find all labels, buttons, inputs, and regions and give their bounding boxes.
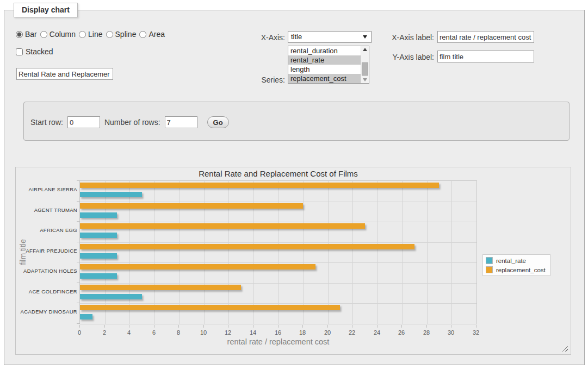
h-gridline	[80, 303, 476, 304]
start-row-input[interactable]	[67, 116, 100, 128]
x-tick	[302, 325, 303, 328]
bar-replacement_cost	[80, 264, 315, 269]
series-option-rental_rate[interactable]: rental_rate	[288, 55, 361, 65]
bar-replacement_cost	[80, 203, 303, 209]
x-tick-label: 22	[345, 329, 359, 336]
v-gridline	[402, 181, 403, 324]
x-tick	[476, 325, 476, 328]
go-button[interactable]: Go	[207, 116, 229, 128]
legend-swatch-rental_rate	[486, 257, 493, 264]
resize-handle-icon[interactable]	[562, 346, 568, 352]
h-gridline	[80, 283, 476, 284]
chart-type-option-area: Area	[139, 30, 165, 39]
x-tick-label: 32	[469, 329, 483, 336]
x-tick-label: 16	[271, 329, 285, 336]
chart-type-radio-spline[interactable]	[106, 31, 113, 38]
v-gridline	[451, 181, 452, 324]
x-tick-label: 18	[295, 329, 310, 336]
stacked-label: Stacked	[26, 47, 53, 56]
num-rows-input[interactable]	[165, 116, 197, 128]
chart-type-radios: BarColumnLineSplineArea	[16, 30, 165, 39]
v-gridline	[427, 181, 428, 324]
v-gridline	[352, 181, 353, 324]
series-listbox[interactable]: rental_durationrental_ratelengthreplacem…	[288, 46, 369, 84]
legend-row: rental_rate	[486, 257, 546, 264]
bar-replacement_cost	[80, 183, 439, 188]
v-gridline	[129, 181, 130, 324]
chart-title-input[interactable]	[16, 68, 113, 80]
chart-type-radio-label: Line	[88, 30, 102, 39]
scroll-down-icon[interactable]	[363, 78, 367, 81]
x-tick-label: 14	[246, 329, 260, 336]
series-option-length[interactable]: length	[288, 65, 361, 74]
y-tick	[77, 201, 80, 202]
category-label: AFFAIR PREJUDICE	[16, 248, 77, 254]
x-tick-label: 6	[147, 329, 161, 336]
x-tick-label: 2	[97, 329, 112, 336]
legend-label: replacement_cost	[496, 267, 546, 273]
h-gridline	[80, 262, 476, 263]
x-axis-select[interactable]: title	[288, 31, 372, 43]
category-label: AIRPLANE SIERRA	[16, 186, 77, 193]
bar-rental_rate	[80, 273, 117, 279]
bar-rental_rate	[80, 212, 117, 218]
v-gridline	[228, 181, 229, 324]
series-options: rental_durationrental_ratelengthreplacem…	[288, 46, 369, 83]
x-tick-label: 10	[196, 329, 211, 336]
bar-replacement_cost	[80, 244, 414, 249]
v-gridline	[278, 181, 279, 324]
y-tick	[77, 262, 80, 262]
y-axis-label-input[interactable]	[437, 51, 534, 62]
y-axis-label-label: Y-Axis label:	[380, 53, 434, 61]
x-tick	[253, 325, 253, 328]
x-tick	[129, 325, 129, 328]
x-tick-label: 12	[221, 329, 235, 336]
series-option-replacement_cost[interactable]: replacement_cost	[288, 74, 361, 83]
v-gridline	[179, 181, 180, 324]
scroll-up-icon[interactable]	[363, 48, 367, 51]
x-tick	[104, 325, 105, 328]
chart-type-option-bar: Bar	[16, 30, 37, 39]
category-label: AFRICAN EGG	[16, 227, 77, 234]
chart-type-radio-column[interactable]	[40, 31, 47, 38]
v-gridline	[154, 181, 155, 324]
x-tick	[401, 325, 402, 328]
h-gridline	[80, 222, 476, 222]
series-scrollbar[interactable]	[361, 46, 369, 83]
x-tick-label: 0	[72, 329, 86, 336]
y-tick	[77, 221, 80, 222]
y-tick	[77, 323, 80, 324]
chart-type-radio-label: Column	[49, 30, 76, 39]
bar-replacement_cost	[80, 305, 340, 310]
x-tick	[79, 325, 80, 328]
bar-rental_rate	[80, 314, 92, 319]
category-label: ACE GOLDFINGER	[16, 289, 77, 295]
chart-type-option-line: Line	[79, 30, 102, 39]
v-gridline	[105, 181, 106, 324]
chart-x-axis-title: rental rate / replacement cost	[79, 337, 477, 346]
v-gridline	[328, 181, 329, 324]
series-option-rental_duration[interactable]: rental_duration	[288, 46, 361, 55]
bar-rental_rate	[80, 233, 117, 238]
scrollbar-thumb[interactable]	[362, 62, 368, 76]
x-axis-selected-value: title	[291, 33, 302, 41]
x-axis-label-input[interactable]	[437, 31, 534, 43]
chart-type-radio-label: Area	[148, 30, 165, 39]
chart-type-option-column: Column	[40, 30, 76, 39]
y-tick	[77, 303, 80, 303]
start-row-label: Start row:	[30, 118, 63, 127]
display-chart-fieldset: Display chart BarColumnLineSplineArea St…	[4, 10, 585, 365]
stacked-checkbox-row: Stacked	[16, 47, 53, 56]
y-tick	[77, 242, 80, 242]
h-gridline	[80, 242, 476, 243]
x-tick	[352, 325, 352, 328]
chart-type-radio-bar[interactable]	[16, 31, 23, 38]
y-tick	[77, 283, 80, 283]
chart-type-radio-line[interactable]	[79, 31, 86, 38]
chart-type-radio-area[interactable]	[139, 31, 146, 38]
legend-label: rental_rate	[496, 258, 526, 264]
chart-title: Rental Rate and Replacement Cost of Film…	[79, 169, 477, 178]
category-label: AGENT TRUMAN	[16, 207, 77, 214]
stacked-checkbox[interactable]	[16, 48, 23, 55]
bar-replacement_cost	[80, 285, 241, 290]
